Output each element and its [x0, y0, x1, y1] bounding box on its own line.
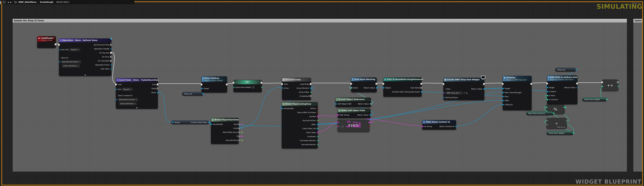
data-pin[interactable]: [563, 106, 565, 108]
node-make-soft-object-path[interactable]: ⊞Make Soft Object PathPath StringReturn …: [338, 109, 370, 118]
pill-max-shop-columns[interactable]: Max Shop Columns: [526, 111, 554, 115]
exec-pin[interactable]: [350, 83, 352, 85]
pill-store-itens-added-right[interactable]: Store Itens Added: [582, 97, 607, 101]
exec-pin[interactable]: [376, 83, 378, 85]
gear-icon[interactable]: ⚙: [110, 37, 112, 40]
data-pin[interactable]: [422, 125, 423, 127]
data-pin[interactable]: [58, 49, 60, 51]
data-pin[interactable]: [241, 139, 242, 141]
data-pin[interactable]: [310, 91, 312, 93]
data-pin[interactable]: [575, 69, 577, 71]
data-pin[interactable]: [335, 103, 337, 105]
data-pin[interactable]: [241, 123, 242, 125]
data-pin[interactable]: [110, 48, 112, 50]
data-pin[interactable]: [572, 132, 574, 134]
data-pin[interactable]: [172, 121, 173, 123]
data-pin[interactable]: [316, 144, 318, 146]
data-pin[interactable]: [617, 85, 619, 87]
data-pin[interactable]: [110, 68, 112, 70]
data-pin[interactable]: [368, 125, 370, 127]
data-pin[interactable]: [420, 91, 422, 93]
pill-shop-list-2[interactable]: Shop List: [555, 68, 576, 72]
exec-pin[interactable]: [55, 43, 56, 45]
breadcrumb-asset[interactable]: WBP_MainMenu: [18, 1, 36, 3]
data-pin[interactable]: [369, 114, 371, 116]
data-pin[interactable]: [546, 120, 548, 122]
data-pin[interactable]: [502, 95, 504, 97]
data-pin[interactable]: [546, 91, 548, 93]
data-pin[interactable]: [502, 88, 504, 90]
breadcrumb-graph[interactable]: EventGraph: [40, 1, 53, 3]
exec-pin[interactable]: [201, 84, 203, 86]
data-pin[interactable]: [241, 135, 242, 137]
exec-pin[interactable]: [58, 44, 60, 46]
data-pin[interactable]: [316, 135, 318, 138]
data-pin[interactable]: [210, 123, 212, 125]
exec-pin[interactable]: [443, 83, 444, 85]
exec-pin[interactable]: [420, 87, 422, 89]
data-pin[interactable]: [546, 98, 548, 101]
node-header[interactable]: ◆LoadShopUICustom Event: [37, 36, 56, 42]
data-pin[interactable]: [546, 94, 548, 96]
dropdown[interactable]: Player0▾: [122, 88, 132, 91]
data-pin[interactable]: [576, 87, 578, 89]
data-pin[interactable]: [443, 96, 444, 98]
blueprint-graph-canvas[interactable]: ▾ ◀ ▶ WBP_MainMenu › EventGraph (READ-ON…: [0, 0, 644, 186]
data-pin[interactable]: [337, 114, 339, 116]
exec-pin[interactable]: [602, 81, 603, 83]
data-pin[interactable]: [157, 92, 158, 93]
data-pin[interactable]: [310, 87, 312, 89]
data-pin[interactable]: [316, 123, 318, 125]
exec-pin[interactable]: [226, 84, 228, 86]
panel-tab-icon[interactable]: ▾: [2, 0, 6, 4]
exec-pin[interactable]: [576, 83, 578, 85]
node-header[interactable]: ◆InitializeTarget is WBP Shop Item: [503, 76, 532, 81]
comment-title[interactable]: Updat: [633, 19, 642, 22]
data-pin[interactable]: [202, 93, 204, 95]
pill-store-itens-added-bottom[interactable]: Store Itens Added: [546, 131, 574, 135]
exec-pin[interactable]: [281, 83, 283, 85]
data-pin[interactable]: [368, 121, 370, 123]
pill-target-current-store-view[interactable]: TargetCurrent Store View: [171, 120, 209, 124]
expand-chevron-icon[interactable]: [136, 107, 138, 108]
node-operation-store-refresh-store[interactable]: ΛOperation - Store - Refresh StoreUser S…: [59, 38, 111, 76]
add-pin-button[interactable]: Add pin ⊕: [557, 126, 565, 128]
node-break-playerstoreview[interactable]: ⊟Break PlayerStoreViewSerializableSymbol…: [211, 118, 238, 144]
exec-pin[interactable]: [420, 83, 422, 85]
exec-pin[interactable]: [483, 83, 485, 85]
data-pin[interactable]: [546, 106, 547, 108]
data-pin[interactable]: [606, 98, 608, 101]
node-header[interactable]: ⊟Break PlayerStoreView: [211, 118, 238, 122]
dropdown[interactable]: stores.SkinStore▾: [119, 102, 137, 105]
data-pin[interactable]: [502, 92, 504, 93]
node-to-soft-object-reference[interactable]: ƒTo Soft Object ReferenceSoft Object Pat…: [336, 97, 371, 107]
data-pin[interactable]: [58, 61, 60, 63]
data-pin[interactable]: [208, 121, 210, 123]
node-initialize[interactable]: ◆InitializeTarget is WBP Shop ItemTarget…: [503, 76, 532, 110]
exec-pin[interactable]: [502, 83, 504, 85]
exec-pin[interactable]: [310, 95, 312, 97]
node-header[interactable]: ▣Create WBP Shop Item Widget: [444, 78, 484, 82]
data-pin[interactable]: [337, 121, 339, 123]
data-pin[interactable]: [261, 86, 262, 88]
data-pin[interactable]: [316, 115, 318, 117]
node-header[interactable]: ƒAdd Child to Uniform GridTarget is Unif…: [547, 76, 577, 81]
exec-pin[interactable]: [546, 83, 548, 85]
dropdown[interactable]: WBP Shop Item▾: [446, 92, 462, 94]
node-make-beam-content-id[interactable]: ⊞Make Beam Content IdAs StringBeam Conte…: [422, 120, 456, 130]
data-pin[interactable]: [443, 92, 444, 94]
node-add-child-to-uniform-grid[interactable]: ƒAdd Child to Uniform GridTarget is Unif…: [547, 76, 578, 104]
text-input[interactable]: path: [340, 125, 346, 128]
node-header[interactable]: ΛOperation - Store - Refresh Store: [59, 39, 111, 42]
data-pin[interactable]: [553, 112, 554, 114]
node-load-asset-blocking[interactable]: ƒLoad Asset BlockingAssetReturn Value: [351, 78, 377, 92]
data-pin[interactable]: [566, 120, 567, 122]
dropdown[interactable]: BeamStoreContent▾: [118, 98, 138, 101]
data-pin[interactable]: [376, 87, 378, 89]
node-header[interactable]: ⊟Break PlayerListingView: [282, 102, 318, 106]
data-pin[interactable]: [115, 98, 117, 101]
node-clear-children[interactable]: ƒClear ChildrenTarget is Panel WidgetTar…: [202, 76, 227, 93]
forward-arrow-icon[interactable]: ▶: [10, 1, 12, 3]
node-increment-int[interactable]: ++: [602, 80, 618, 91]
node-header[interactable]: ƒLoad Asset Blocking: [351, 78, 376, 81]
